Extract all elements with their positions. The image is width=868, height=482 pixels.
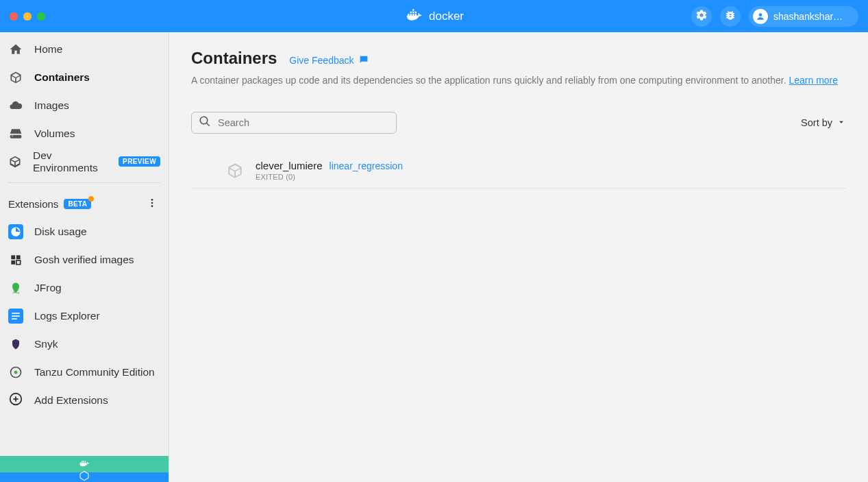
sort-by-button[interactable]: Sort by xyxy=(801,117,846,129)
window-controls xyxy=(10,12,45,21)
svg-rect-9 xyxy=(12,313,20,314)
sidebar-item-dev-environments[interactable]: Dev Environments PREVIEW xyxy=(0,147,169,176)
home-icon xyxy=(8,43,23,56)
svg-text:JFrog: JFrog xyxy=(12,291,20,294)
beta-badge: BETA xyxy=(64,199,91,209)
whale-icon xyxy=(404,5,423,27)
container-name: clever_lumiere xyxy=(256,160,323,171)
container-cube-icon xyxy=(225,161,245,180)
cloud-icon xyxy=(8,99,23,112)
zoom-window-icon[interactable] xyxy=(37,12,45,21)
extensions-title: Extensions xyxy=(8,198,58,210)
sidebar-divider xyxy=(8,182,160,183)
containers-list: clever_lumiere linear_regression EXITED … xyxy=(191,153,846,189)
svg-point-13 xyxy=(14,370,18,374)
container-row-top: clever_lumiere linear_regression xyxy=(256,160,403,171)
notification-dot-icon xyxy=(88,196,94,202)
container-row[interactable]: clever_lumiere linear_regression EXITED … xyxy=(191,153,846,189)
logs-explorer-icon xyxy=(8,309,23,324)
svg-rect-6 xyxy=(11,260,15,264)
app-header: docker shashanksharm... xyxy=(0,0,868,32)
svg-point-2 xyxy=(151,205,153,207)
close-window-icon[interactable] xyxy=(10,12,18,21)
extension-item-jfrog[interactable]: JFrog JFrog xyxy=(0,274,169,302)
bug-icon xyxy=(724,9,736,24)
container-icon xyxy=(8,71,23,84)
extension-item-disk-usage[interactable]: Disk usage xyxy=(0,217,169,245)
footer-secondary-bar[interactable] xyxy=(0,472,169,482)
svg-point-0 xyxy=(151,199,153,201)
svg-rect-11 xyxy=(12,318,17,320)
description-text: A container packages up code and its dep… xyxy=(191,75,786,86)
tanzu-icon xyxy=(8,365,23,380)
sidebar-item-home[interactable]: Home xyxy=(0,35,169,63)
sidebar: Home Containers Images Volumes xyxy=(0,32,169,482)
container-status: EXITED (0) xyxy=(256,173,403,181)
sidebar-item-label: Dev Environments xyxy=(33,149,108,174)
extension-label: Disk usage xyxy=(34,226,87,238)
extension-item-gosh[interactable]: Gosh verified images xyxy=(0,245,169,274)
page-title: Containers xyxy=(191,49,277,68)
chevron-down-icon xyxy=(836,117,846,129)
search-input[interactable] xyxy=(218,117,389,128)
sidebar-item-label: Containers xyxy=(34,71,90,84)
sidebar-item-containers[interactable]: Containers xyxy=(0,63,169,91)
svg-rect-5 xyxy=(16,255,21,259)
search-icon xyxy=(199,115,211,130)
extension-item-snyk[interactable]: Snyk xyxy=(0,330,169,358)
feedback-icon xyxy=(358,54,369,67)
extension-label: Tanzu Community Edition xyxy=(34,366,155,378)
extension-label: Gosh verified images xyxy=(34,254,134,266)
svg-rect-4 xyxy=(11,255,15,259)
extension-label: Logs Explorer xyxy=(34,310,100,322)
extension-label: JFrog xyxy=(34,282,62,294)
snyk-icon xyxy=(8,337,23,352)
drive-icon xyxy=(8,127,23,141)
main-content: Containers Give Feedback A container pac… xyxy=(169,32,868,482)
avatar-icon xyxy=(753,9,768,24)
container-row-text: clever_lumiere linear_regression EXITED … xyxy=(256,160,403,181)
jfrog-icon: JFrog xyxy=(8,280,23,296)
header-actions: shashanksharm... xyxy=(691,6,858,27)
extension-item-tanzu[interactable]: Tanzu Community Edition xyxy=(0,358,169,386)
preview-badge: PREVIEW xyxy=(119,156,160,167)
sidebar-item-label: Home xyxy=(34,43,62,56)
gosh-icon xyxy=(8,252,23,267)
search-box[interactable] xyxy=(191,112,397,134)
settings-button[interactable] xyxy=(691,6,712,27)
gear-icon xyxy=(695,9,708,24)
sidebar-item-label: Images xyxy=(34,99,69,112)
user-menu[interactable]: shashanksharm... xyxy=(749,6,858,27)
brand-logo: docker xyxy=(404,5,464,27)
page-title-row: Containers Give Feedback xyxy=(191,49,846,68)
add-extensions-button[interactable]: Add Extensions xyxy=(0,386,169,414)
sidebar-item-label: Volumes xyxy=(34,128,75,140)
kubernetes-icon xyxy=(78,470,90,482)
extensions-header: Extensions BETA xyxy=(0,190,169,217)
svg-marker-17 xyxy=(80,471,88,481)
sidebar-item-volumes[interactable]: Volumes xyxy=(0,119,169,147)
svg-point-1 xyxy=(151,202,153,204)
plus-circle-icon xyxy=(8,391,23,409)
user-name: shashanksharm... xyxy=(773,11,849,22)
sort-by-label: Sort by xyxy=(801,117,832,128)
brand-text: docker xyxy=(429,10,464,23)
extension-item-logs-explorer[interactable]: Logs Explorer xyxy=(0,302,169,330)
give-feedback-link[interactable]: Give Feedback xyxy=(289,54,369,67)
extensions-menu-button[interactable] xyxy=(144,195,160,212)
nav-section: Home Containers Images Volumes xyxy=(0,32,169,176)
extension-label: Snyk xyxy=(34,338,58,350)
sidebar-footer xyxy=(0,456,169,482)
disk-usage-icon xyxy=(8,224,23,239)
sidebar-item-images[interactable]: Images xyxy=(0,91,169,119)
more-vertical-icon xyxy=(147,197,158,210)
feedback-label: Give Feedback xyxy=(289,55,354,66)
container-image-link[interactable]: linear_regression xyxy=(330,160,403,171)
svg-rect-10 xyxy=(12,315,20,317)
minimize-window-icon[interactable] xyxy=(23,12,32,21)
dev-env-icon xyxy=(8,155,22,169)
learn-more-link[interactable]: Learn more xyxy=(789,75,838,86)
troubleshoot-button[interactable] xyxy=(720,6,741,27)
controls-row: Sort by xyxy=(191,112,846,134)
page-description: A container packages up code and its dep… xyxy=(191,75,846,86)
